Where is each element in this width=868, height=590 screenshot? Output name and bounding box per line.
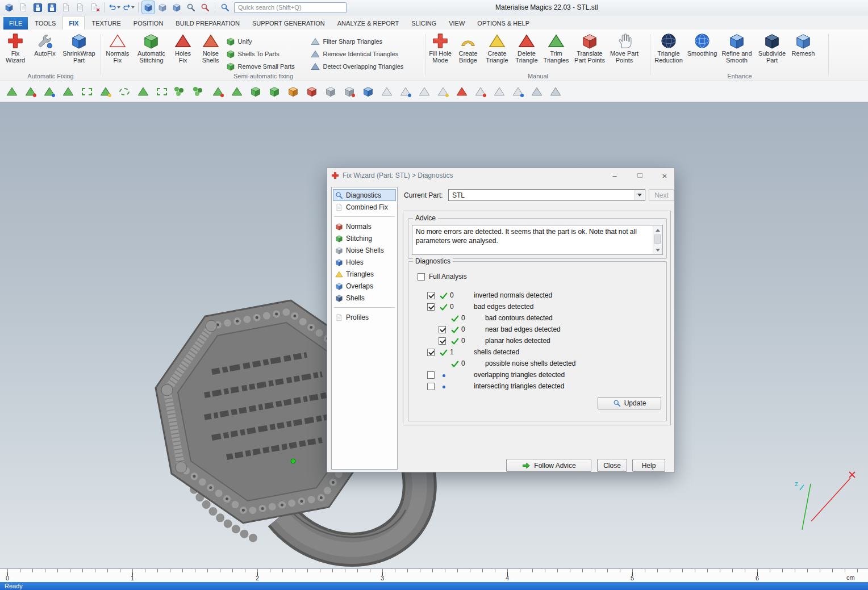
mark-cluster-icon[interactable]	[192, 84, 207, 99]
row-checkbox[interactable]	[427, 371, 435, 379]
tab-slicing[interactable]: SLICING	[406, 17, 442, 30]
unmark-triangle-icon[interactable]	[23, 84, 38, 99]
row-checkbox[interactable]	[427, 383, 435, 390]
tab-support-generation[interactable]: SUPPORT GENERATION	[247, 17, 331, 30]
normals-fix-button[interactable]: Normals Fix	[103, 31, 132, 65]
sharp-triangle-icon[interactable]	[511, 84, 525, 99]
tab-texture[interactable]: TEXTURE	[86, 17, 126, 30]
remove-identical-triangles-button[interactable]: Remove Identical Triangles	[311, 49, 424, 58]
export-part-icon[interactable]	[74, 1, 86, 14]
viewport-3d[interactable]: z Fix Wizard (Part: STL) > Diagnostics –…	[0, 102, 868, 568]
fill-hole-mode-button[interactable]: Fill Hole Mode	[427, 31, 453, 65]
row-checkbox[interactable]	[439, 337, 446, 345]
page-diagnostics[interactable]: Diagnostics	[333, 189, 396, 201]
minimize-icon[interactable]: –	[607, 170, 622, 181]
redo-icon[interactable]	[122, 1, 135, 14]
page-stitching[interactable]: Stitching	[333, 232, 396, 244]
scroll-thumb[interactable]	[654, 235, 661, 244]
scroll-down-icon[interactable]	[653, 246, 662, 254]
new-scene-icon[interactable]	[17, 1, 30, 14]
close-button[interactable]: Close	[597, 459, 627, 472]
undo-icon[interactable]	[108, 1, 120, 14]
unmark-plane-icon[interactable]	[61, 84, 76, 99]
wireframe-view-icon[interactable]	[156, 1, 169, 14]
follow-advice-button[interactable]: Follow Advice	[506, 459, 591, 472]
mark-triangle-icon[interactable]	[5, 84, 19, 99]
refine-and-smooth-button[interactable]: Refine and Smooth	[719, 31, 754, 65]
tab-position[interactable]: POSITION	[128, 17, 169, 30]
plane-cut-icon[interactable]	[548, 84, 563, 99]
mark-plane-icon[interactable]	[42, 84, 57, 99]
subdivide-part-button[interactable]: Subdivide Part	[756, 31, 788, 65]
delete-triangle-icon[interactable]	[454, 84, 469, 99]
load-processor-icon[interactable]	[3, 1, 15, 14]
row-checkbox[interactable]	[427, 349, 435, 356]
close-scene-icon[interactable]: ×	[88, 1, 101, 14]
next-button[interactable]: Next	[649, 189, 674, 201]
orient-normals-icon[interactable]	[398, 84, 413, 99]
mark-shell-icon[interactable]	[98, 84, 113, 99]
page-profiles[interactable]: Profiles	[333, 311, 396, 323]
create-triangle-button[interactable]: Create Triangle	[483, 31, 511, 65]
maximize-icon[interactable]	[632, 170, 647, 181]
noise-shells-button[interactable]: Noise Shells	[197, 31, 224, 65]
fix-wizard-button[interactable]: Fix Wizard	[1, 31, 30, 65]
detect-overlapping-triangles-button[interactable]: Detect Overlapping Triangles	[311, 61, 424, 71]
save-all-icon[interactable]	[45, 1, 58, 14]
remesh-button[interactable]: Remesh	[790, 31, 817, 58]
tab-view[interactable]: VIEW	[443, 17, 470, 30]
clear-marking-icon[interactable]	[229, 84, 244, 99]
tab-tools[interactable]: TOOLS	[29, 17, 61, 30]
shell-to-part-icon[interactable]	[267, 84, 282, 99]
autofix-button[interactable]: AutoFix	[31, 31, 59, 58]
scroll-up-icon[interactable]	[653, 226, 662, 234]
full-analysis-checkbox[interactable]	[418, 273, 425, 281]
search-options-icon[interactable]	[219, 1, 231, 14]
merge-shells-icon[interactable]	[342, 84, 357, 99]
save-scene-icon[interactable]	[31, 1, 44, 14]
fix-wizard-dialog[interactable]: Fix Wizard (Part: STL) > Diagnostics – ×…	[327, 168, 675, 472]
active-shell-icon[interactable]	[286, 84, 301, 99]
zoom-view-icon[interactable]	[185, 1, 197, 14]
measure-view-icon[interactable]	[199, 1, 211, 14]
window-mark-icon[interactable]	[155, 84, 169, 99]
smoothing-button[interactable]: Smoothing	[687, 31, 717, 58]
trim-triangles-button[interactable]: Trim Triangles	[542, 31, 570, 65]
help-button[interactable]: Help	[632, 459, 665, 472]
freeform-mark-icon[interactable]	[117, 84, 132, 99]
xray-view-icon[interactable]	[170, 1, 183, 14]
row-checkbox[interactable]	[439, 326, 446, 333]
brush-mark-icon[interactable]	[136, 84, 151, 99]
tab-analyze-report[interactable]: ANALYZE & REPORT	[332, 17, 404, 30]
mark-window-icon[interactable]	[80, 84, 94, 99]
shrinkwrap-part-button[interactable]: ShrinkWrap Part	[60, 31, 98, 65]
hide-shell-icon[interactable]	[323, 84, 338, 99]
fill-hole-icon[interactable]	[473, 84, 488, 99]
delete-triangle-button[interactable]: Delete Triangle	[513, 31, 540, 65]
scrollbar[interactable]	[653, 226, 662, 254]
unify-button[interactable]: Unify	[226, 36, 310, 46]
current-part-select[interactable]: STL	[448, 189, 645, 201]
page-combined-fix[interactable]: Combined Fix	[333, 201, 396, 213]
overlap-detect-icon[interactable]	[529, 84, 544, 99]
create-bridge-button[interactable]: Create Bridge	[455, 31, 481, 65]
delete-shell-icon[interactable]	[304, 84, 319, 99]
shells-to-parts-button[interactable]: Shells To Parts	[226, 49, 310, 58]
stitch-triangles-icon[interactable]	[417, 84, 432, 99]
create-triangle-icon[interactable]	[436, 84, 450, 99]
translate-part-points-button[interactable]: Translate Part Points	[572, 31, 607, 65]
unify-shell-icon[interactable]	[248, 84, 263, 99]
close-icon[interactable]: ×	[657, 170, 672, 181]
invert-normals-icon[interactable]	[379, 84, 394, 99]
holes-fix-button[interactable]: Holes Fix	[170, 31, 195, 65]
mark-connected-icon[interactable]	[173, 84, 188, 99]
page-overlaps[interactable]: Overlaps	[333, 280, 396, 292]
page-shells[interactable]: Shells	[333, 292, 396, 304]
invert-marking-icon[interactable]	[211, 84, 226, 99]
tab-options-help[interactable]: OPTIONS & HELP	[471, 17, 535, 30]
triangle-reduction-button[interactable]: Triangle Reduction	[652, 31, 685, 65]
move-part-points-button[interactable]: Move Part Points	[609, 31, 640, 65]
tab-build-preparation[interactable]: BUILD PREPARATION	[170, 17, 245, 30]
filter-sharp-triangles-button[interactable]: Filter Sharp Triangles	[311, 36, 424, 46]
remove-small-parts-button[interactable]: Remove Small Parts	[226, 61, 310, 71]
